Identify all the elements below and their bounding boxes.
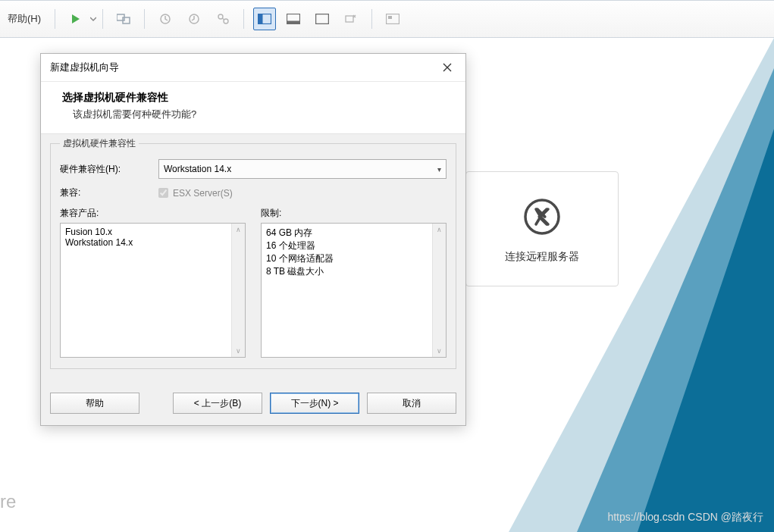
devices-icon — [117, 13, 130, 25]
sidebar-view-icon — [258, 14, 271, 24]
revert-button[interactable] — [183, 8, 205, 30]
dialog-titlebar: 新建虚拟机向导 — [41, 54, 465, 82]
manage-snapshots-button[interactable] — [212, 8, 234, 30]
hardware-compat-dropdown[interactable]: Workstation 14.x ▾ — [158, 159, 447, 179]
svg-rect-12 — [346, 16, 353, 22]
cancel-button[interactable]: 取消 — [367, 393, 456, 414]
watermark: https://blog.csdn CSDN @踏夜行 — [607, 511, 763, 524]
products-caption: 兼容产品: — [60, 207, 246, 220]
close-button[interactable] — [432, 55, 462, 80]
power-on-button[interactable] — [64, 8, 87, 30]
clock-icon — [159, 13, 171, 25]
separator — [55, 9, 55, 29]
main-toolbar: 帮助(H) — [0, 0, 774, 38]
list-item: 16 个处理器 — [266, 239, 441, 252]
scrollbar[interactable]: ∧∨ — [432, 224, 446, 357]
next-button[interactable]: 下一步(N) > — [270, 393, 359, 414]
limits-caption: 限制: — [261, 207, 447, 220]
list-item: 10 个网络适配器 — [266, 252, 441, 265]
footer-fragment: re — [0, 491, 16, 512]
group-legend: 虚拟机硬件兼容性 — [60, 137, 139, 150]
snapshot-manager-icon — [217, 13, 229, 25]
view-sidebar-button[interactable] — [253, 8, 276, 30]
chevron-down-icon: ▾ — [437, 165, 441, 174]
svg-rect-10 — [287, 21, 300, 24]
list-item: Fusion 10.x — [65, 227, 240, 237]
unity-icon — [344, 14, 358, 24]
separator — [243, 9, 244, 29]
card-label: 连接远程服务器 — [505, 250, 579, 264]
separator — [144, 9, 145, 29]
snapshot-button[interactable] — [154, 8, 177, 30]
compatible-label: 兼容: — [60, 186, 158, 199]
list-item: 8 TB 磁盘大小 — [266, 265, 441, 278]
console-icon — [386, 14, 400, 24]
header-title: 选择虚拟机硬件兼容性 — [62, 91, 444, 105]
help-button[interactable]: 帮助 — [50, 393, 139, 414]
header-subtitle: 该虚拟机需要何种硬件功能? — [62, 108, 444, 121]
devices-button[interactable] — [112, 8, 135, 30]
back-button[interactable]: < 上一步(B) — [173, 393, 262, 414]
list-item: 64 GB 内存 — [266, 227, 441, 239]
list-item: Workstation 14.x — [65, 237, 240, 248]
unity-button[interactable] — [340, 8, 362, 30]
dropdown-value: Workstation 14.x — [164, 164, 231, 174]
esx-server-checkbox[interactable]: ESX Server(S) — [158, 188, 233, 199]
console-view-button[interactable] — [381, 8, 404, 30]
esx-checkbox-input — [158, 188, 168, 198]
svg-rect-8 — [259, 14, 263, 24]
compatible-products-list[interactable]: Fusion 10.x Workstation 14.x ∧∨ — [60, 223, 246, 358]
close-icon — [443, 63, 452, 72]
fullscreen-icon — [315, 14, 329, 24]
dialog-header: 选择虚拟机硬件兼容性 该虚拟机需要何种硬件功能? — [41, 82, 465, 133]
svg-rect-14 — [388, 16, 392, 19]
scrollbar[interactable]: ∧∨ — [231, 224, 245, 357]
svg-line-6 — [222, 18, 224, 20]
new-vm-wizard-dialog: 新建虚拟机向导 选择虚拟机硬件兼容性 该虚拟机需要何种硬件功能? 虚拟机硬件兼容… — [40, 53, 466, 426]
compat-group: 虚拟机硬件兼容性 硬件兼容性(H): Workstation 14.x ▾ 兼容… — [50, 137, 456, 369]
connect-remote-server-card[interactable]: 连接远程服务器 — [465, 171, 619, 286]
compat-label: 硬件兼容性(H): — [60, 163, 158, 176]
fullscreen-button[interactable] — [311, 8, 334, 30]
chevron-down-icon[interactable] — [90, 16, 96, 22]
dialog-footer: 帮助 < 上一步(B) 下一步(N) > 取消 — [41, 381, 465, 425]
view-bottom-button[interactable] — [282, 8, 305, 30]
clock-back-icon — [188, 13, 200, 25]
separator — [102, 9, 103, 29]
play-icon — [70, 13, 82, 25]
esx-label: ESX Server(S) — [173, 188, 233, 199]
dialog-title: 新建虚拟机向导 — [50, 61, 119, 74]
limits-list[interactable]: 64 GB 内存 16 个处理器 10 个网络适配器 8 TB 磁盘大小 ∧∨ — [261, 223, 447, 358]
bottom-view-icon — [287, 14, 300, 24]
connect-server-icon — [519, 194, 565, 239]
svg-rect-11 — [316, 14, 329, 24]
dialog-body: 虚拟机硬件兼容性 硬件兼容性(H): Workstation 14.x ▾ 兼容… — [41, 133, 465, 381]
separator — [371, 9, 372, 29]
menu-help[interactable]: 帮助(H) — [0, 1, 49, 37]
